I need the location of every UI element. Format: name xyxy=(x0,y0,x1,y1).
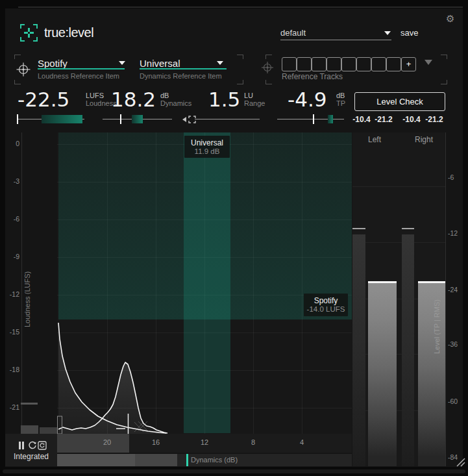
tp-slider-fill xyxy=(328,115,333,123)
x-tick: 8 xyxy=(243,438,263,446)
reference-group-bracket xyxy=(237,55,243,59)
dynamics-value: 18.2 xyxy=(111,88,156,111)
tp-unit: dB xyxy=(336,92,345,99)
reference-tracks-bracket xyxy=(441,55,447,59)
dynamics-target-value: 11.9 dB xyxy=(184,147,230,156)
reference-tracks-bracket xyxy=(265,80,272,84)
dynamics-reference-label: Dynamics Reference Item xyxy=(140,72,222,80)
right-rms-readout: -21.2 xyxy=(423,115,445,124)
dynamics-target-band[interactable] xyxy=(184,132,230,433)
resize-handle[interactable] xyxy=(455,457,466,468)
link-arrow-icon[interactable] xyxy=(182,117,186,122)
dynamics-reference-chevron-down-icon[interactable] xyxy=(217,61,223,65)
window-bottom-bar xyxy=(3,470,465,473)
reference-track-slot[interactable] xyxy=(282,57,297,71)
dynamics-target-marker xyxy=(186,454,188,466)
right-tp-peak-marker xyxy=(402,228,414,229)
loudness-reference-select[interactable]: Spotify xyxy=(38,58,68,69)
logo-text: true:level xyxy=(44,25,93,40)
range-slider[interactable] xyxy=(195,119,260,119)
dynamics-reference-select[interactable]: Universal xyxy=(140,58,180,69)
tp-value: -4.9 xyxy=(288,88,327,111)
y-tick: -21 xyxy=(3,403,19,411)
y-tick: -12 xyxy=(3,290,19,298)
right-channel-label: Right xyxy=(402,135,446,144)
link-frame-icon[interactable] xyxy=(188,116,196,123)
reset-loop-icon[interactable] xyxy=(28,441,37,450)
left-tp-readout: -10.4 xyxy=(351,115,373,124)
left-rms-readout: -21.2 xyxy=(373,115,395,124)
reference-target-icon xyxy=(16,62,31,77)
reference-group-bracket xyxy=(14,80,21,84)
dynamics-label: Dynamics xyxy=(160,99,191,107)
tp-slider[interactable] xyxy=(277,119,344,119)
loudness-value: -22.5 xyxy=(18,88,69,111)
meter-tick: -36 xyxy=(448,340,458,348)
dynamics-slider-fill xyxy=(132,115,143,123)
dynamics-reference-underline xyxy=(140,68,227,69)
reference-track-slot[interactable] xyxy=(312,57,326,71)
x-tick: 4 xyxy=(292,438,312,446)
loudness-reference-chevron-down-icon[interactable] xyxy=(119,61,125,65)
range-unit: LU xyxy=(244,92,265,99)
tp-slider-handle[interactable] xyxy=(313,114,314,124)
loudness-target-tooltip: Spotify -14.0 LUFS xyxy=(304,294,348,316)
x-tick: 12 xyxy=(195,438,214,446)
y-tick: -6 xyxy=(3,215,19,223)
loudness-meter-peak-marker xyxy=(21,403,38,405)
pause-icon[interactable] xyxy=(19,442,21,449)
meter-tick: -24 xyxy=(448,286,458,294)
save-button[interactable]: save xyxy=(400,28,418,38)
truelevel-logo-icon xyxy=(20,24,38,42)
reference-tracks-expand-chevron-icon[interactable] xyxy=(425,60,432,65)
loudness-meter-bar xyxy=(21,425,38,434)
y-tick: -15 xyxy=(3,328,19,336)
settings-gear-icon[interactable]: ⚙ xyxy=(446,13,454,25)
reference-tracks-target-icon xyxy=(261,61,274,74)
reference-tracks-bracket xyxy=(441,80,447,84)
right-tp-readout: -10.4 xyxy=(400,115,423,124)
reference-track-slot[interactable] xyxy=(386,57,401,71)
truelevel-plugin-window: true:level ⚙ default save Spotify Loudne… xyxy=(0,0,468,476)
loudness-slider-fill xyxy=(42,115,82,123)
reference-tracks-bracket xyxy=(265,55,272,59)
y-axis-label: Loudness (LUFS) xyxy=(23,245,32,353)
dynamics-target-name: Universal xyxy=(184,138,230,147)
transport-box xyxy=(5,434,57,466)
loudness-target-name: Spotify xyxy=(304,296,348,305)
add-reference-track-button[interactable]: + xyxy=(401,57,416,71)
preset-chevron-down-icon[interactable] xyxy=(384,31,391,35)
left-channel-label: Left xyxy=(352,135,397,144)
range-value: 1.5 xyxy=(208,88,240,111)
integrated-mode-label[interactable]: Integrated xyxy=(5,452,57,461)
left-tp-meter-bar xyxy=(352,234,365,466)
y-tick: -18 xyxy=(3,366,19,373)
loudness-meter-bar xyxy=(40,427,57,434)
loudness-reference-underline xyxy=(38,68,125,69)
preset-select[interactable]: default xyxy=(280,28,306,38)
meter-tick: -60 xyxy=(448,397,458,405)
loudness-slider-handle[interactable] xyxy=(17,114,18,124)
x-tick: 20 xyxy=(97,438,117,446)
pause-icon[interactable] xyxy=(22,442,24,449)
tp-label: TP xyxy=(336,99,345,107)
meter-axis-line xyxy=(445,132,446,466)
dynamics-slider-handle[interactable] xyxy=(120,114,121,124)
loop-region-icon[interactable] xyxy=(38,441,47,450)
dynamics-target-tooltip: Universal 11.9 dB xyxy=(184,136,230,158)
right-tp-meter-bar xyxy=(402,234,414,466)
loudness-reference-label: Loudness Reference Item xyxy=(38,72,119,80)
reference-track-slot[interactable] xyxy=(326,57,341,71)
dynamics-momentary-bar xyxy=(57,434,129,453)
loudness-target-value: -14.0 LUFS xyxy=(304,305,348,314)
range-label: Range xyxy=(244,99,265,107)
level-check-button[interactable]: Level Check xyxy=(354,92,445,111)
reference-track-slot[interactable] xyxy=(297,57,312,71)
meter-gridline xyxy=(352,186,445,187)
reference-track-slot[interactable] xyxy=(341,57,356,71)
y-tick: 0 xyxy=(3,140,19,147)
meter-gridline xyxy=(352,242,445,243)
window-top-edge xyxy=(18,6,463,8)
reference-track-slot[interactable] xyxy=(371,57,386,71)
reference-track-slot[interactable] xyxy=(356,57,371,71)
